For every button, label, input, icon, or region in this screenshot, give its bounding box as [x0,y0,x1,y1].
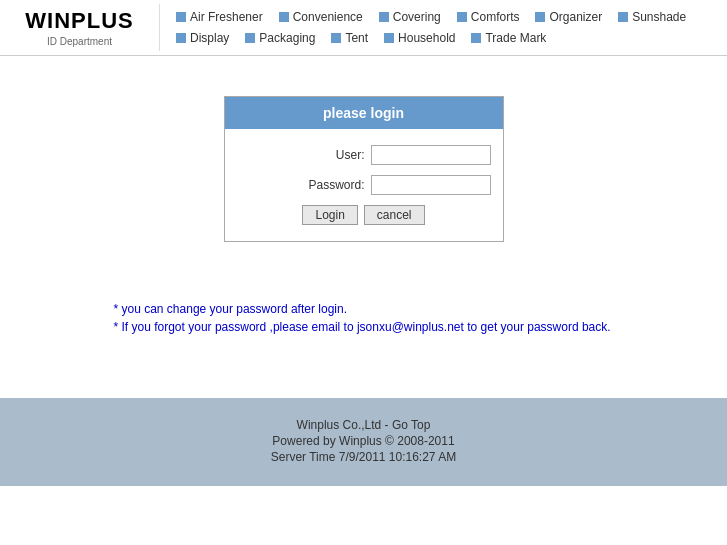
nav-icon [279,12,289,22]
logo-text: WINPLUS [25,8,133,34]
footer: Winplus Co.,Ltd - Go Top Powered by Winp… [0,398,727,486]
nav-item[interactable]: Convenience [279,10,363,24]
nav-item[interactable]: Household [384,31,455,45]
nav-icon [384,33,394,43]
nav-icon [535,12,545,22]
nav-label: Display [190,31,229,45]
nav-label: Household [398,31,455,45]
nav-item[interactable]: Comforts [457,10,520,24]
nav-item[interactable]: Air Freshener [176,10,263,24]
nav-item[interactable]: Covering [379,10,441,24]
nav-label: Packaging [259,31,315,45]
user-input[interactable] [371,145,491,165]
login-box: please login User: Password: Login cance… [224,96,504,242]
nav-icon [245,33,255,43]
login-button[interactable]: Login [302,205,357,225]
footer-line3: Server Time 7/9/2011 10:16:27 AM [20,450,707,464]
main-content: please login User: Password: Login cance… [0,56,727,358]
nav-icon [176,12,186,22]
login-form: User: Password: Login cancel [225,129,503,241]
nav-item[interactable]: Organizer [535,10,602,24]
password-input[interactable] [371,175,491,195]
cancel-button[interactable]: cancel [364,205,425,225]
logo-area: WINPLUS ID Department [0,4,160,51]
logo-sub: ID Department [47,36,112,47]
info-line2: * If you forgot your password ,please em… [114,320,614,334]
nav-item[interactable]: Sunshade [618,10,686,24]
footer-line1: Winplus Co.,Ltd - Go Top [20,418,707,432]
info-text: * you can change your password after log… [114,302,614,338]
nav-icon [471,33,481,43]
nav-item[interactable]: Trade Mark [471,31,546,45]
nav-label: Covering [393,10,441,24]
header: WINPLUS ID Department Air FreshenerConve… [0,0,727,56]
footer-line2: Powered by Winplus © 2008-2011 [20,434,707,448]
password-row: Password: [237,175,491,195]
nav-label: Sunshade [632,10,686,24]
nav-icon [618,12,628,22]
nav-item[interactable]: Display [176,31,229,45]
button-row: Login cancel [237,205,491,225]
nav-icon [176,33,186,43]
nav-icon [379,12,389,22]
nav-label: Comforts [471,10,520,24]
nav-area: Air FreshenerConvenienceCoveringComforts… [160,4,727,51]
nav-label: Convenience [293,10,363,24]
login-title: please login [225,97,503,129]
nav-label: Tent [345,31,368,45]
info-line1: * you can change your password after log… [114,302,614,316]
user-label: User: [295,148,365,162]
nav-label: Trade Mark [485,31,546,45]
nav-label: Air Freshener [190,10,263,24]
password-label: Password: [295,178,365,192]
nav-item[interactable]: Packaging [245,31,315,45]
nav-icon [331,33,341,43]
nav-icon [457,12,467,22]
nav-item[interactable]: Tent [331,31,368,45]
user-row: User: [237,145,491,165]
nav-label: Organizer [549,10,602,24]
